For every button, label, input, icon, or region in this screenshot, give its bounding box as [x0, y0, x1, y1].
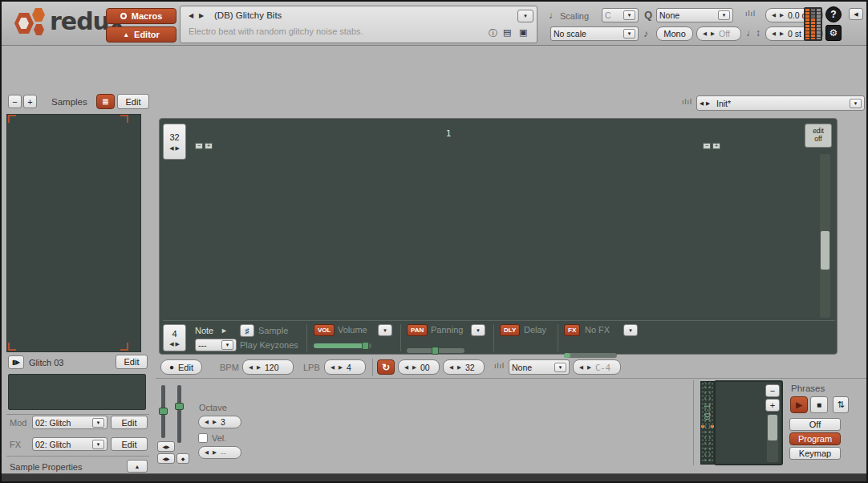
editor-button[interactable]: ▲ Editor — [106, 26, 176, 43]
stepper-left-icon[interactable]: ◀ — [700, 100, 704, 107]
phrase-grid-scrollbar[interactable] — [767, 414, 778, 462]
collapse-properties-button[interactable]: ▲ — [127, 460, 148, 473]
phrase-stop-button[interactable]: ■ — [810, 396, 828, 413]
stepper-left-icon[interactable]: ◀ — [772, 12, 776, 18]
save-icon[interactable]: ▣ — [519, 27, 527, 38]
panning-badge[interactable]: PAN — [407, 324, 428, 336]
phrase-preset-dropdown[interactable]: ◀ ▶ Init* ▼ — [696, 95, 865, 111]
record-quantize-dropdown[interactable]: None▼ — [509, 359, 570, 375]
phrase-number: 1 — [432, 128, 464, 139]
slider-options-button[interactable]: ◆ — [176, 453, 189, 464]
preset-prev-icon[interactable]: ◀ — [189, 12, 193, 19]
panning-dropdown-button[interactable]: ▼ — [471, 324, 485, 336]
pressure-slider[interactable] — [177, 385, 181, 443]
sample-list-options-button[interactable]: ≣ — [96, 94, 115, 109]
velocity-checkbox[interactable] — [198, 433, 208, 443]
phrase-mode-program-button[interactable]: Program — [789, 432, 841, 445]
octave-stepper[interactable]: ◀▶3 — [198, 416, 241, 428]
slider-stepper-button[interactable]: ◀▶ — [157, 453, 175, 464]
loop-length-stepper[interactable]: ◀▶32 — [443, 359, 485, 375]
tool-button[interactable]: ⚙ — [825, 25, 842, 41]
mod-label: Mod — [10, 418, 26, 428]
preset-dropdown-button[interactable]: ▼ — [517, 10, 533, 22]
slider-stepper-button[interactable]: ◀▶ — [157, 441, 175, 452]
velocity-slider[interactable] — [161, 385, 165, 438]
stepper-left-icon[interactable]: ◀ — [772, 30, 776, 37]
sample-waveform-preview[interactable] — [8, 374, 146, 410]
transpose-value: 0 st — [788, 29, 801, 39]
expand-columns-icon[interactable]: + — [712, 143, 720, 149]
phrase-map-strip[interactable]: 01-1 — [700, 381, 715, 465]
base-note-stepper[interactable]: ◀▶C-4 — [573, 359, 621, 375]
phrase-mode-keymap-button[interactable]: Keymap — [789, 447, 841, 460]
quantize-dropdown[interactable]: None▼ — [656, 8, 733, 22]
divider — [558, 324, 558, 351]
fx-dropdown-button[interactable]: ▼ — [623, 324, 638, 336]
phrase-add-button[interactable]: + — [765, 399, 780, 412]
volume-slider[interactable] — [314, 343, 371, 348]
stepper-right-icon[interactable]: ▶ — [706, 100, 710, 107]
stepper-right-icon[interactable]: ▶ — [780, 30, 784, 37]
volume-badge[interactable]: VOL — [314, 324, 335, 336]
level-meter — [804, 7, 822, 41]
base-note-value: C-4 — [595, 363, 610, 372]
note-column-dropdown[interactable]: ---▼ — [195, 339, 237, 351]
info-icon[interactable]: ⓘ — [489, 27, 497, 39]
chevron-down-icon: ▼ — [718, 10, 730, 20]
edit-step-stepper[interactable]: 4 ◀ ▶ — [163, 324, 186, 351]
loop-start-stepper[interactable]: ◀▶00 — [398, 359, 440, 375]
phrase-lines-stepper[interactable]: 32 ◀ ▶ — [163, 124, 186, 160]
mod-chain-dropdown[interactable]: 02: Glitch▼ — [32, 416, 107, 429]
phrases-title: Phrases — [791, 384, 825, 393]
sample-remove-button[interactable]: − — [8, 95, 22, 108]
lpb-stepper[interactable]: ◀▶4 — [324, 359, 366, 375]
delay-badge[interactable]: DLY — [500, 324, 520, 336]
bpm-stepper[interactable]: ◀▶120 — [242, 359, 294, 375]
phrase-sync-button[interactable]: ⇅ — [833, 396, 849, 413]
stepper-right-icon[interactable]: ▶ — [780, 12, 784, 18]
phrase-remove-button[interactable]: − — [765, 384, 780, 397]
macros-button[interactable]: Macros — [106, 8, 176, 24]
stepper-right-icon[interactable]: ▶ — [711, 30, 715, 37]
list-icon: ≣ — [102, 97, 108, 106]
panning-slider[interactable] — [407, 348, 464, 353]
fx-chain-dropdown[interactable]: 02: Glitch▼ — [32, 437, 107, 451]
shrink-columns-icon[interactable]: − — [703, 143, 711, 149]
velocity-stepper[interactable]: ◀▶-- — [198, 446, 241, 459]
mod-edit-button[interactable]: Edit — [111, 416, 148, 429]
scrollbar-thumb[interactable] — [768, 415, 777, 440]
fx-column-badge[interactable]: FX — [564, 324, 580, 336]
scaling-key-dropdown[interactable]: C▼ — [602, 8, 639, 22]
phrase-mode-off-button[interactable]: Off — [789, 418, 841, 431]
scrollbar-thumb[interactable] — [821, 231, 829, 270]
expand-columns-icon[interactable]: + — [205, 143, 213, 149]
phrase-lines-value: 32 — [169, 132, 179, 142]
phrase-play-button[interactable]: ▶ — [790, 396, 808, 413]
loop-toggle-button[interactable]: ↻ — [377, 359, 395, 375]
scale-mode-dropdown[interactable]: No scale▼ — [550, 26, 639, 41]
folder-icon[interactable]: ▤ — [503, 27, 511, 38]
mono-button[interactable]: Mono — [656, 26, 693, 41]
sample-play-button[interactable]: ▮▶ — [8, 355, 24, 369]
pattern-scrollbar[interactable] — [820, 154, 830, 318]
waveform-edit-button[interactable]: Edit — [116, 355, 148, 369]
preset-next-icon[interactable]: ▶ — [199, 12, 204, 19]
sample-edit-button[interactable]: Edit — [117, 94, 149, 109]
edit-toggle-button[interactable]: ● Edit — [160, 359, 202, 375]
preset-name[interactable]: (DB) Glitchy Bits — [214, 10, 282, 20]
stepper-left-icon[interactable]: ◀ — [703, 30, 707, 37]
velocity-checkbox-label: Vel. — [212, 433, 226, 443]
loop-length-value: 32 — [465, 363, 475, 372]
fx-edit-button[interactable]: Edit — [111, 437, 148, 451]
shrink-columns-icon[interactable]: − — [195, 143, 203, 149]
logo-hexagon-icon — [34, 24, 44, 35]
sample-add-button[interactable]: + — [23, 95, 37, 108]
help-button[interactable]: ? — [825, 6, 842, 22]
edit-mode-toggle[interactable]: editoff — [805, 124, 832, 148]
fx-slider[interactable] — [564, 353, 617, 358]
collapse-button[interactable]: ◀ — [849, 8, 863, 20]
glide-stepper[interactable]: ◀▶ Off — [696, 26, 741, 41]
volume-dropdown-button[interactable]: ▼ — [378, 324, 392, 336]
sample-column-button[interactable]: ♯ — [240, 324, 254, 337]
glide-note-icon: ♪ — [643, 28, 648, 39]
